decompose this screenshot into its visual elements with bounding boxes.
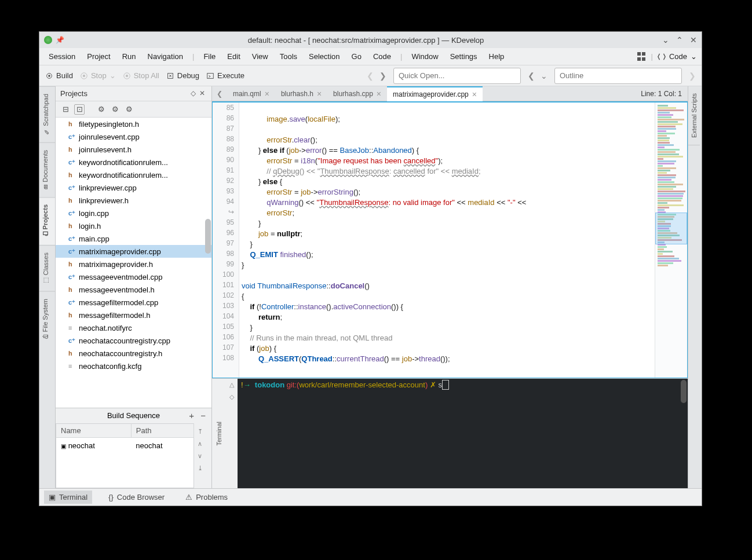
- code-mode-button[interactable]: Code ⌄: [658, 52, 697, 61]
- terminal-scrollbar[interactable]: [681, 380, 687, 403]
- rail-external-scripts[interactable]: External Scripts: [688, 86, 700, 145]
- rail-documents[interactable]: 🗎 Documents: [39, 142, 55, 197]
- column-name[interactable]: Name: [56, 423, 132, 437]
- gear-icon-3[interactable]: ⚙: [124, 104, 134, 115]
- tree-sync-icon[interactable]: ⊡: [74, 104, 85, 115]
- debug-button[interactable]: Debug: [166, 71, 199, 80]
- minimap[interactable]: [655, 103, 687, 378]
- quick-open-input[interactable]: [393, 68, 521, 84]
- tree-item[interactable]: c⁺joinrulesevent.cpp: [56, 130, 211, 143]
- tab-matriximageprovider-cpp[interactable]: matriximageprovider.cpp×: [387, 86, 483, 101]
- tree-item[interactable]: c⁺matriximageprovider.cpp: [56, 245, 211, 258]
- tab-blurhash-cpp[interactable]: blurhash.cpp×: [327, 86, 387, 101]
- rail-classes[interactable]: ⬚ Classes: [39, 245, 55, 291]
- table-row[interactable]: ▣ neochat neochat: [56, 437, 194, 453]
- move-down-icon[interactable]: ∨: [198, 452, 202, 460]
- column-path[interactable]: Path: [131, 423, 194, 437]
- tree-item[interactable]: hfiletypesingleton.h: [56, 118, 211, 130]
- scrollbar[interactable]: [205, 219, 211, 254]
- outline-input[interactable]: [554, 68, 682, 84]
- term-diamond-icon[interactable]: ◇: [229, 393, 234, 401]
- menu-project[interactable]: Project: [82, 50, 115, 63]
- build-button[interactable]: Build: [45, 71, 73, 80]
- tree-item[interactable]: hlogin.h: [56, 219, 211, 232]
- menu-view[interactable]: View: [247, 50, 273, 63]
- tree-item[interactable]: c⁺messagefiltermodel.cpp: [56, 296, 211, 309]
- panel-float-icon[interactable]: ◇: [188, 89, 198, 98]
- tree-item[interactable]: c⁺linkpreviewer.cpp: [56, 181, 211, 194]
- menu-tools[interactable]: Tools: [275, 50, 302, 63]
- bottom-tab-problems[interactable]: ⚠Problems: [181, 491, 232, 504]
- bottom-tab-terminal[interactable]: ▣Terminal: [44, 491, 92, 504]
- cpp-file-icon: c⁺: [68, 337, 76, 345]
- stop-all-button[interactable]: Stop All: [123, 71, 159, 80]
- rail-projects[interactable]: 🗀 Projects: [39, 197, 55, 244]
- close-icon[interactable]: ×: [377, 89, 381, 98]
- tree-item[interactable]: hneochataccountregistry.h: [56, 347, 211, 360]
- terminal-body[interactable]: !→ tokodon git:(work/carl/remember-selec…: [238, 379, 688, 488]
- tree-item[interactable]: hlinkpreviewer.h: [56, 194, 211, 207]
- pin-icon[interactable]: 📌: [56, 36, 64, 44]
- tree-item[interactable]: hkeywordnotificationrulem...: [56, 169, 211, 181]
- remove-button[interactable]: −: [200, 411, 206, 420]
- menu-settings[interactable]: Settings: [446, 50, 482, 63]
- nav-back-icon[interactable]: ❮: [367, 71, 374, 80]
- bottom-tab-code-browser[interactable]: {}Code Browser: [104, 491, 169, 504]
- panel-close-icon[interactable]: ✕: [198, 89, 207, 98]
- menu-navigation[interactable]: Navigation: [143, 50, 188, 63]
- left-dock-rail: ✎ Scratchpad🗎 Documents🗀 Projects⬚ Class…: [39, 86, 56, 488]
- add-button[interactable]: +: [189, 411, 194, 420]
- tab-blurhash-h[interactable]: blurhash.h×: [275, 86, 327, 101]
- menu-help[interactable]: Help: [484, 50, 509, 63]
- menu-code[interactable]: Code: [368, 50, 396, 63]
- tree-item[interactable]: c⁺login.cpp: [56, 207, 211, 219]
- outline-prev-icon[interactable]: ❮: [528, 71, 535, 80]
- minimize-button[interactable]: ⌄: [662, 35, 669, 45]
- tree-item[interactable]: c⁺neochataccountregistry.cpp: [56, 334, 211, 347]
- code-content[interactable]: image.save(localFile); errorStr.clear();…: [239, 103, 655, 378]
- tree-item[interactable]: c⁺main.cpp: [56, 232, 211, 245]
- tree-item[interactable]: hmessagefiltermodel.h: [56, 309, 211, 321]
- cpp-file-icon: c⁺: [68, 299, 76, 306]
- move-up-icon[interactable]: ∧: [198, 440, 202, 448]
- tree-collapse-icon[interactable]: ⊟: [60, 104, 71, 115]
- menu-run[interactable]: Run: [118, 50, 141, 63]
- code-editor[interactable]: 85868788899091929394↪9596979899100101102…: [212, 101, 688, 378]
- menu-edit[interactable]: Edit: [222, 50, 244, 63]
- tree-item[interactable]: hjoinrulesevent.h: [56, 143, 211, 156]
- close-button[interactable]: ✕: [690, 35, 697, 45]
- gear-icon[interactable]: ⚙: [96, 104, 107, 115]
- tree-item[interactable]: c⁺messageeventmodel.cpp: [56, 270, 211, 283]
- nav-right-icon[interactable]: ❯: [689, 71, 696, 80]
- rail-scratchpad[interactable]: ✎ Scratchpad: [39, 86, 55, 142]
- tab-scroll-left[interactable]: ❮: [212, 90, 227, 98]
- menu-go[interactable]: Go: [347, 50, 366, 63]
- close-icon[interactable]: ×: [265, 89, 269, 98]
- tree-item[interactable]: ≡neochatconfig.kcfg: [56, 360, 211, 372]
- nav-forward-icon[interactable]: ❯: [379, 71, 386, 80]
- term-up-icon[interactable]: △: [229, 381, 234, 389]
- menu-selection[interactable]: Selection: [304, 50, 344, 63]
- menu-file[interactable]: File: [199, 50, 220, 63]
- tree-item[interactable]: c⁺keywordnotificationrulem...: [56, 156, 211, 169]
- stop-button[interactable]: Stop ⌄: [80, 71, 116, 80]
- execute-button[interactable]: Execute: [206, 71, 244, 80]
- move-top-icon[interactable]: ⤒: [198, 428, 203, 435]
- close-icon[interactable]: ×: [317, 89, 322, 98]
- gear-icon-2[interactable]: ⚙: [110, 104, 121, 115]
- terminal-label[interactable]: Terminal: [212, 379, 226, 488]
- kdevelop-window: 📌 default: neochat - [ neochat:src/matri…: [39, 31, 702, 506]
- project-tree[interactable]: hfiletypesingleton.hc⁺joinrulesevent.cpp…: [56, 118, 211, 408]
- outline-next-icon[interactable]: ⌄: [541, 71, 547, 80]
- menu-window[interactable]: Window: [407, 50, 443, 63]
- tree-item[interactable]: hmessageeventmodel.h: [56, 283, 211, 296]
- maximize-button[interactable]: ⌃: [676, 35, 683, 45]
- tab-main-qml[interactable]: main.qml×: [227, 86, 275, 101]
- layout-grid-icon[interactable]: [637, 52, 647, 61]
- menu-session[interactable]: Session: [44, 50, 80, 63]
- close-icon[interactable]: ×: [472, 90, 477, 99]
- tree-item[interactable]: ≡neochat.notifyrc: [56, 321, 211, 334]
- move-bottom-icon[interactable]: ⤓: [198, 464, 203, 472]
- tree-item[interactable]: hmatriximageprovider.h: [56, 258, 211, 270]
- rail-file-system[interactable]: 🗁 File System: [39, 291, 55, 347]
